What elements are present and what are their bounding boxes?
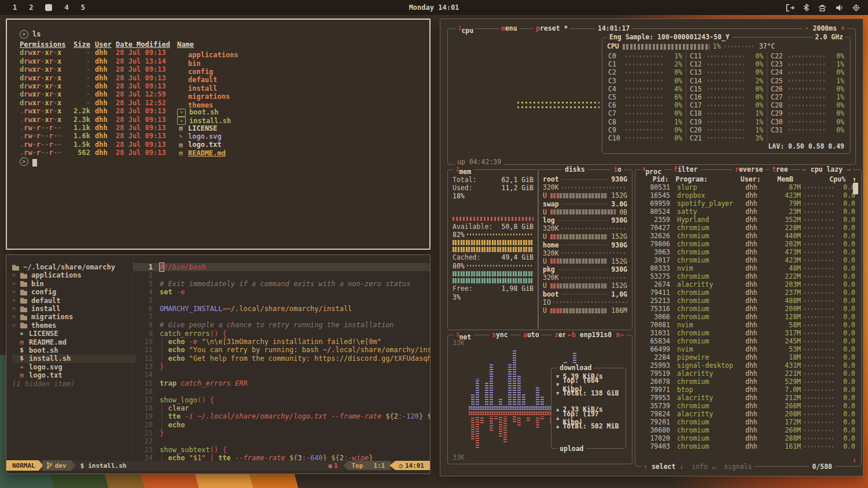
bluetooth-icon[interactable] bbox=[803, 3, 809, 12]
process-row[interactable]: 79403chromiumdhh161M0.0 bbox=[635, 442, 861, 450]
tree-item-logo.svg[interactable]: ✳logo.svg bbox=[12, 363, 138, 371]
tree-item-default[interactable]: >default bbox=[12, 297, 138, 305]
tree-item-install.sh[interactable]: $install.sh bbox=[12, 354, 136, 363]
process-row[interactable]: 17020chromiumdhh288M0.0 bbox=[635, 434, 861, 442]
process-row[interactable]: 79519alacrittydhh221M0.0 bbox=[635, 369, 861, 378]
process-row[interactable]: 35739chromiumdhh266M0.0 bbox=[635, 402, 861, 410]
process-row[interactable]: 75316chromiumdhh200M0.0 bbox=[635, 305, 861, 313]
process-row[interactable]: 2284pipewiredhh18M0.0 bbox=[635, 353, 861, 361]
disk-used-label: U bbox=[543, 191, 547, 199]
net-sync-button[interactable]: sync bbox=[490, 331, 510, 339]
process-row[interactable]: 2674alacrittydhh203M0.0 bbox=[635, 280, 861, 289]
network-icon[interactable] bbox=[818, 4, 827, 12]
process-row[interactable]: 70081nvimdhh58M0.0 bbox=[635, 321, 861, 329]
proc-col-mem[interactable]: MemB bbox=[769, 175, 793, 183]
tree-root[interactable]: ~/.local/share/omarchy bbox=[12, 263, 138, 271]
process-row[interactable]: 79953alacrittydhh212M0.0 bbox=[635, 394, 861, 402]
tree-item-boot.sh[interactable]: $boot.sh bbox=[12, 346, 138, 354]
process-row[interactable]: 80531slurpdhh87M0.0 bbox=[635, 183, 861, 191]
net-auto-button[interactable]: auto bbox=[521, 331, 542, 339]
process-row[interactable]: 25993signal-desktopdhh431M0.0 bbox=[635, 361, 861, 369]
process-row[interactable]: 79411chromiumdhh237M0.0 bbox=[635, 289, 861, 297]
process-row[interactable]: 70427chromiumdhh228M0.0 bbox=[635, 224, 861, 232]
core-pct: 0% bbox=[667, 77, 682, 85]
menu-button[interactable]: menu bbox=[499, 24, 520, 32]
process-user: dhh bbox=[745, 240, 775, 248]
tree-item-applications[interactable]: >applications bbox=[12, 271, 138, 279]
cpu-total-meter bbox=[623, 44, 709, 50]
mem-tab[interactable]: 2mem bbox=[454, 165, 473, 176]
process-row[interactable]: 65834chromiumdhh245M0.0 bbox=[635, 337, 861, 345]
tree-item-README.md[interactable]: ▤README.md bbox=[12, 338, 138, 346]
git-branch-icon bbox=[47, 462, 52, 469]
process-row[interactable]: 69959spotify_playerdhh79M0.0 bbox=[635, 199, 861, 208]
proc-tab[interactable]: 4proc bbox=[640, 165, 664, 176]
proc-col-pid[interactable]: Pid: bbox=[640, 175, 668, 183]
process-cpu: 0.0 bbox=[838, 289, 855, 297]
tree-item-install[interactable]: >install bbox=[12, 305, 138, 313]
file-permissions: drwxr-xr-x bbox=[20, 82, 66, 90]
cpu-frequency: 2.0 GHz bbox=[813, 33, 845, 41]
process-row[interactable]: 66499nvimdhh53M0.0 bbox=[635, 345, 861, 353]
filter-button[interactable]: filter bbox=[671, 165, 700, 173]
cpu-tab[interactable]: 1cpu bbox=[456, 24, 476, 35]
process-user: dhh bbox=[745, 191, 775, 199]
process-row[interactable]: 30680chromiumdhh260M0.0 bbox=[635, 426, 861, 434]
process-row[interactable]: 80333nvimdhh48M0.0 bbox=[635, 264, 861, 272]
tree-item-themes[interactable]: >themes bbox=[12, 321, 138, 330]
prompt-row-empty[interactable]: > bbox=[20, 157, 429, 166]
tree-item-config[interactable]: >config bbox=[12, 288, 138, 296]
tree-item-LICENSE[interactable]: ▪LICENSE bbox=[12, 330, 138, 338]
upload-bar bbox=[517, 416, 521, 426]
reverse-button[interactable]: reverse bbox=[733, 165, 765, 173]
process-row[interactable]: 2359Hyprlanddhh352M0.0 bbox=[635, 216, 861, 224]
process-row[interactable]: 3017chromiumdhh423M0.0 bbox=[635, 256, 861, 264]
net-interface-switcher[interactable]: ←b enp191s0 n→ bbox=[565, 331, 626, 339]
volume-icon[interactable] bbox=[836, 4, 844, 12]
editor-window[interactable]: ~/.local/share/omarchy >applications>bin… bbox=[6, 254, 431, 474]
process-user: dhh bbox=[745, 321, 775, 329]
process-row[interactable]: 79806chromiumdhh202M0.0 bbox=[635, 240, 861, 248]
process-row[interactable]: 3063chromiumdhh473M0.0 bbox=[635, 248, 861, 256]
process-row[interactable]: 25213chromiumdhh488M0.0 bbox=[635, 297, 861, 305]
proc-col-program[interactable]: Program: bbox=[668, 175, 740, 183]
process-row[interactable]: 53275chromiumdhh222M0.0 bbox=[635, 272, 861, 280]
process-row[interactable]: 26078chromiumdhh529M0.0 bbox=[635, 378, 861, 386]
core-pct: 0% bbox=[829, 126, 844, 134]
select-label[interactable]: select bbox=[652, 463, 676, 471]
code-pane[interactable]: 1#!/bin/bash23# Exit immediately if a co… bbox=[133, 255, 430, 461]
settings-icon[interactable] bbox=[852, 4, 860, 12]
tree-button[interactable]: tree bbox=[770, 165, 790, 173]
proc-col-user[interactable]: User: bbox=[741, 175, 769, 183]
process-row[interactable]: 79824alacrittydhh208M0.0 bbox=[635, 410, 861, 418]
proc-col-cpu[interactable]: Cpu% bbox=[829, 175, 846, 183]
git-branch-segment: dev bbox=[42, 460, 76, 471]
tree-item-migrations[interactable]: >migrations bbox=[12, 313, 138, 321]
process-row[interactable]: 32626chromiumdhh440M0.0 bbox=[635, 232, 861, 240]
process-row[interactable]: 80524sattydhh23M0.0 bbox=[635, 208, 861, 216]
tree-item-logo.txt[interactable]: ▤logo.txt bbox=[12, 371, 138, 379]
proc-scrollbar[interactable] bbox=[853, 183, 858, 194]
process-row[interactable]: 79971btopdhh7.0M0.0 bbox=[635, 386, 861, 394]
refresh-interval[interactable]: - 2000ms + bbox=[803, 24, 847, 32]
btop-window[interactable]: 1cpu menu preset * 14:01:17 - 2000ms + u… bbox=[440, 19, 863, 476]
info-label[interactable]: info bbox=[692, 463, 708, 471]
process-row[interactable]: 3066chromiumdhh128M0.0 bbox=[635, 313, 861, 321]
sort-column-switcher[interactable]: ← cpu lazy → bbox=[800, 165, 853, 173]
tree-item-bin[interactable]: >bin bbox=[12, 280, 138, 288]
process-row[interactable]: 16545dropboxdhh423M0.0 bbox=[635, 191, 861, 199]
process-name: chromium bbox=[670, 329, 745, 337]
io-mode-button[interactable]: io bbox=[611, 165, 624, 173]
preset-button[interactable]: preset * bbox=[534, 24, 570, 32]
logout-icon[interactable] bbox=[786, 4, 795, 12]
terminal-window[interactable]: > ls Permissions Size User Date Modified… bbox=[6, 19, 431, 250]
process-row[interactable]: 31031chromiumdhh317M0.0 bbox=[635, 329, 861, 337]
download-bar bbox=[522, 393, 525, 405]
process-row[interactable]: 79201chromiumdhh172M0.0 bbox=[635, 418, 861, 426]
process-mem-meter bbox=[804, 284, 834, 286]
process-name: nvim bbox=[670, 345, 745, 353]
upload-bar bbox=[540, 416, 544, 419]
signals-label[interactable]: signals bbox=[724, 463, 752, 471]
code-line: 5 bbox=[133, 296, 430, 304]
proc-scroll-down[interactable]: ↓ bbox=[852, 456, 856, 464]
